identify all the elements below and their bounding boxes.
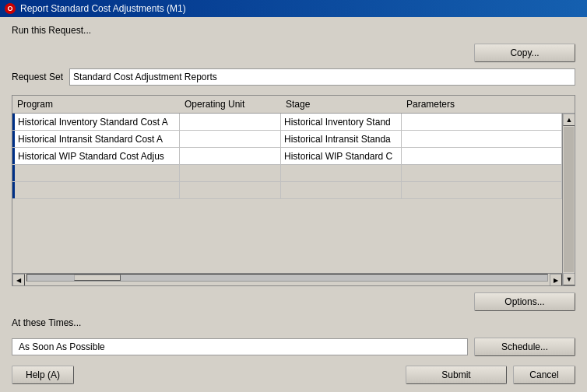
stage-cell-4[interactable]: [281, 182, 402, 198]
request-set-row: Request Set: [12, 68, 575, 86]
schedule-input[interactable]: [12, 338, 468, 355]
hscroll-thumb[interactable]: [74, 275, 121, 281]
col-program: Program: [12, 97, 180, 111]
table-main: Historical Inventory Standard Cost A His…: [12, 114, 562, 285]
program-cell-0[interactable]: Historical Inventory Standard Cost A: [12, 114, 180, 130]
table-row[interactable]: [12, 165, 562, 182]
bottom-right-buttons: Submit Cancel: [406, 366, 575, 384]
window-title: Report Standard Cost Adjustments (M1): [20, 3, 186, 14]
program-cell-3[interactable]: [12, 165, 180, 181]
table-header: Program Operating Unit Stage Parameters: [12, 96, 575, 114]
table-row[interactable]: Historical Inventory Standard Cost A His…: [12, 114, 562, 131]
program-cell-2[interactable]: Historical WIP Standard Cost Adjus: [12, 148, 180, 164]
params-cell-0[interactable]: [402, 114, 562, 130]
schedule-button[interactable]: Schedule...: [474, 338, 575, 356]
schedule-row: Schedule...: [12, 338, 575, 356]
op-unit-cell-0[interactable]: [180, 114, 281, 130]
stage-cell-2[interactable]: Historical WIP Standard C: [281, 148, 402, 164]
at-these-times-label: At these Times...: [12, 317, 575, 328]
hscroll-right-btn[interactable]: ▶: [550, 274, 562, 285]
params-cell-1[interactable]: [402, 131, 562, 147]
bottom-buttons: Help (A) Submit Cancel: [12, 366, 575, 384]
copy-button-row: Copy...: [12, 44, 575, 62]
table-grid-area: Historical Inventory Standard Cost A His…: [12, 114, 575, 285]
hscroll-track[interactable]: [26, 274, 548, 282]
run-request-label: Run this Request...: [12, 25, 575, 36]
table-row[interactable]: Historical Intransit Standard Cost A His…: [12, 131, 562, 148]
submit-button[interactable]: Submit: [406, 366, 507, 384]
title-bar: O Report Standard Cost Adjustments (M1): [0, 0, 587, 17]
vscroll-up-btn[interactable]: ▲: [563, 114, 575, 126]
program-cell-1[interactable]: Historical Intransit Standard Cost A: [12, 131, 180, 147]
program-cell-4[interactable]: [12, 182, 180, 198]
hscroll-left-btn[interactable]: ◀: [12, 274, 25, 285]
vscroll-down-btn[interactable]: ▼: [563, 273, 575, 285]
window-icon: O: [5, 3, 16, 14]
stage-cell-0[interactable]: Historical Inventory Stand: [281, 114, 402, 130]
vscroll-container[interactable]: ▲ ▼: [562, 114, 575, 285]
help-button[interactable]: Help (A): [12, 366, 74, 384]
vscroll-track[interactable]: [564, 127, 574, 272]
col-stage: Stage: [281, 97, 402, 111]
op-unit-cell-1[interactable]: [180, 131, 281, 147]
table-row[interactable]: Historical WIP Standard Cost Adjus Histo…: [12, 148, 562, 165]
table-wrapper: Program Operating Unit Stage Parameters …: [12, 95, 575, 286]
params-cell-2[interactable]: [402, 148, 562, 164]
table-row[interactable]: [12, 182, 562, 199]
request-set-input[interactable]: [69, 68, 575, 86]
op-unit-cell-3[interactable]: [180, 165, 281, 181]
op-unit-cell-2[interactable]: [180, 148, 281, 164]
window-body: Run this Request... Copy... Request Set …: [0, 17, 587, 392]
options-row: Options...: [12, 292, 575, 311]
table-body[interactable]: Historical Inventory Standard Cost A His…: [12, 114, 562, 273]
options-button[interactable]: Options...: [474, 292, 575, 311]
stage-cell-3[interactable]: [281, 165, 402, 181]
params-cell-3[interactable]: [402, 165, 562, 181]
op-unit-cell-4[interactable]: [180, 182, 281, 198]
params-cell-4[interactable]: [402, 182, 562, 198]
hscroll-container[interactable]: ◀ ▶: [12, 273, 562, 285]
cancel-button[interactable]: Cancel: [513, 366, 575, 384]
copy-button[interactable]: Copy...: [474, 44, 575, 62]
stage-cell-1[interactable]: Historical Intransit Standa: [281, 131, 402, 147]
request-set-label: Request Set: [12, 72, 63, 82]
col-parameters: Parameters: [402, 97, 575, 111]
col-operating-unit: Operating Unit: [180, 97, 281, 111]
